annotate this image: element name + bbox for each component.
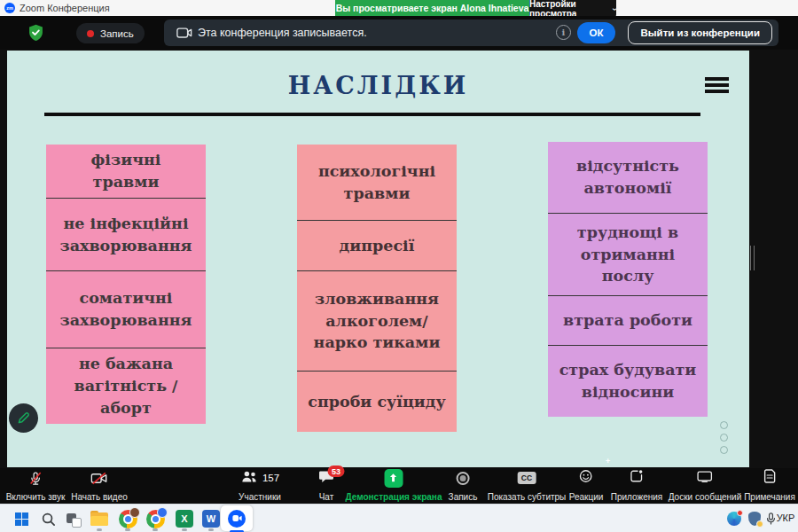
whiteboards-label: Доски сообщений: [669, 492, 742, 502]
window-title: Zoom Конференция: [20, 3, 110, 13]
chat-unread-badge: 53: [328, 466, 345, 477]
slide-cell: відсутність автономії: [548, 142, 708, 213]
windows-taskbar: X W УКР: [0, 504, 798, 532]
slide-cell: зловживання алкоголем/нарко тиками: [297, 270, 457, 371]
apps-button[interactable]: Приложения: [611, 470, 663, 502]
screen: zm Zoom Конференция Вы просматриваете эк…: [0, 0, 798, 532]
apps-label: Приложения: [611, 492, 663, 502]
participants-label: Участники: [239, 492, 281, 502]
record-label: Запись: [449, 492, 478, 502]
annotation-pencil-button[interactable]: [9, 403, 38, 433]
chrome-profile1-button[interactable]: [115, 507, 140, 530]
slide-cell: не бажана вагітність / аборт: [46, 348, 206, 424]
viewing-screen-banner: Вы просматриваете экран Alona Ihnatieva: [335, 0, 529, 16]
reactions-icon: +: [579, 469, 593, 487]
chrome-profile2-button[interactable]: [143, 507, 168, 530]
start-video-label: Начать видео: [71, 492, 128, 502]
reactions-button[interactable]: + Реакции: [569, 470, 604, 502]
scrollbar-marks[interactable]: [750, 246, 755, 270]
slide-title: НАСЛІДКИ: [7, 72, 749, 99]
search-icon: [41, 512, 56, 527]
apps-icon: [630, 469, 644, 487]
reactions-label: Реакции: [569, 492, 604, 502]
record-dot-icon: [87, 30, 94, 37]
participants-button[interactable]: 157 Участники: [239, 470, 281, 502]
captions-button[interactable]: CC Показать субтитры: [488, 470, 567, 502]
language-indicator[interactable]: УКР: [777, 512, 795, 523]
record-icon: [457, 472, 470, 485]
slide-cell: фізичні травми: [46, 145, 206, 198]
share-screen-button[interactable]: Демонстрация экрана: [346, 470, 442, 502]
zoom-app-icon: [228, 510, 246, 528]
tray-mic-icon: [766, 512, 776, 525]
muted-mic-icon: [27, 470, 43, 486]
participants-count: 157: [262, 473, 279, 483]
profile-avatar: [157, 507, 168, 518]
ok-button[interactable]: ОК: [577, 22, 615, 43]
record-button[interactable]: Запись: [449, 470, 478, 502]
folder-icon: [90, 512, 108, 526]
shared-screen-stage: НАСЛІДКИ фізичні травмине інфекційні зах…: [0, 50, 798, 468]
title-underline: [44, 113, 700, 116]
file-explorer-button[interactable]: [87, 507, 112, 530]
window-titlebar: zm Zoom Конференция Вы просматриваете эк…: [0, 0, 798, 16]
zoom-logo-icon: zm: [4, 3, 15, 13]
slide-handle-dots: [720, 421, 728, 458]
hamburger-menu-icon[interactable]: [705, 77, 729, 96]
slide-cell: труднощі в отриманні послу: [548, 213, 708, 295]
edge-icon: [727, 512, 741, 526]
reactions-plus: +: [606, 457, 610, 466]
closed-captions-icon: CC: [518, 472, 536, 484]
chat-label: Чат: [319, 492, 334, 502]
chrome-icon: [119, 510, 137, 528]
word-button[interactable]: W: [199, 507, 223, 530]
video-off-icon: [90, 470, 107, 486]
slide-column-physical: фізичні травмине інфекційні захворювання…: [46, 145, 206, 424]
zoom-toolbar: Включить звук › Начать видео › 157 Участ…: [0, 468, 798, 504]
chat-button[interactable]: 53 Чат: [319, 470, 334, 502]
task-view-icon: [63, 510, 82, 528]
windows-logo-icon: [15, 512, 28, 526]
notes-label: Примечания: [744, 492, 795, 502]
start-button[interactable]: [9, 507, 34, 530]
zoom-app-button[interactable]: [221, 505, 253, 531]
slide-cell: втрата роботи: [548, 295, 708, 345]
share-screen-label: Демонстрация экрана: [346, 492, 442, 502]
slide-column-social: відсутність автономіїтруднощі в отриманн…: [548, 142, 708, 417]
notes-button[interactable]: Примечания: [744, 470, 795, 502]
leave-meeting-button[interactable]: Выйти из конференции: [628, 21, 772, 44]
notes-icon: [763, 469, 776, 487]
toast-message: Эта конференция записывается.: [198, 27, 367, 39]
slide-column-psychological: психологічні травмидипресіїзловживання а…: [297, 145, 457, 432]
excel-button[interactable]: X: [172, 507, 197, 530]
security-shield-icon[interactable]: [27, 23, 45, 46]
whiteboards-button[interactable]: Доски сообщений: [669, 470, 742, 502]
slide-cell: соматичні захворювання: [46, 270, 206, 348]
search-button[interactable]: [35, 507, 60, 530]
meeting-header-bar: Запись Эта конференция записывается. i О…: [0, 16, 798, 50]
task-view-button[interactable]: [59, 507, 84, 530]
slide-cell: спроби суїциду: [297, 371, 457, 432]
word-icon: W: [202, 510, 220, 528]
unmute-label: Включить звук: [6, 492, 66, 502]
chevron-down-icon: ›: [610, 7, 620, 10]
recording-camera-icon: [176, 27, 192, 43]
info-icon[interactable]: i: [556, 25, 571, 40]
profile-avatar: [129, 507, 140, 518]
slide-cell: психологічні травми: [297, 145, 457, 220]
recording-toast: Эта конференция записывается. i ОК Выйти…: [164, 20, 778, 46]
captions-label: Показать субтитры: [488, 492, 567, 502]
recording-indicator[interactable]: Запись: [76, 23, 145, 43]
slide-cell: не інфекційні захворювання: [46, 198, 206, 270]
share-screen-icon: [385, 469, 403, 488]
shared-slide: НАСЛІДКИ фізичні травмине інфекційні зах…: [7, 51, 749, 467]
slide-cell: страх будувати відносини: [548, 345, 708, 417]
unmute-button[interactable]: Включить звук: [6, 470, 66, 502]
chrome-icon: [146, 510, 165, 528]
slide-cell: дипресії: [297, 220, 457, 270]
recording-label: Запись: [100, 28, 134, 39]
whiteboard-icon: [697, 470, 713, 487]
view-settings-dropdown[interactable]: Настройки просмотра ›: [529, 0, 616, 18]
start-video-button[interactable]: Начать видео: [71, 470, 128, 502]
participants-icon: [240, 470, 258, 487]
